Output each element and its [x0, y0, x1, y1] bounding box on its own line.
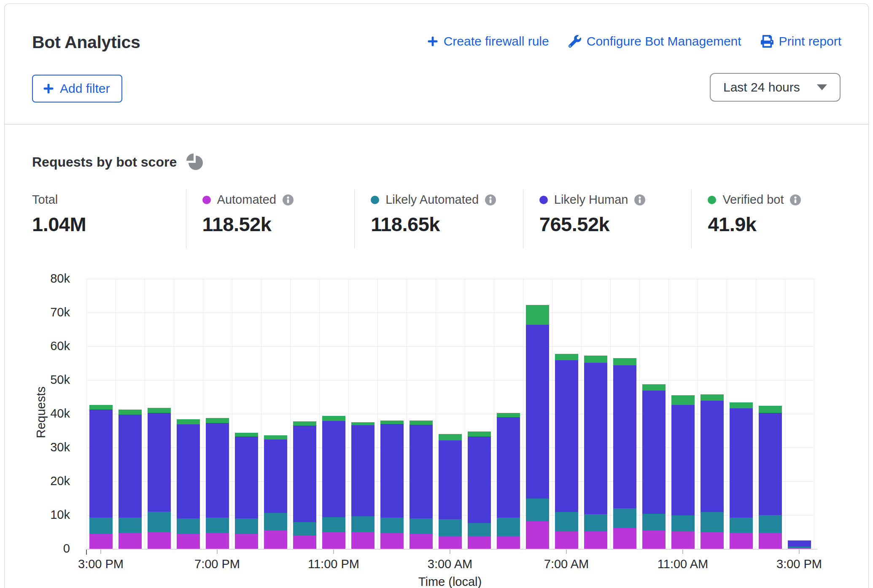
- gridline-vertical: [727, 279, 727, 549]
- bar-9-00-pm-6[interactable]: [264, 279, 287, 549]
- y-axis-label-80k: 80k: [22, 272, 70, 286]
- segment-verified-bot: [119, 410, 142, 415]
- bar-6-00-pm-3[interactable]: [177, 279, 200, 549]
- segment-verified-bot: [177, 419, 200, 424]
- segment-automated: [526, 521, 549, 549]
- bar-12-00-am-9[interactable]: [351, 279, 375, 549]
- bar-12-00-pm-21[interactable]: [701, 279, 724, 549]
- gridline-vertical: [785, 279, 785, 549]
- segment-verified-bot: [148, 408, 171, 413]
- segment-likely-automated: [235, 518, 258, 534]
- gridline-vertical: [465, 279, 465, 549]
- segment-automated: [642, 530, 666, 549]
- segment-likely-human: [584, 363, 607, 514]
- segment-likely-automated: [584, 514, 607, 531]
- segment-automated: [555, 531, 578, 549]
- segment-likely-human: [206, 423, 229, 517]
- x-axis-title: Time (local): [366, 575, 534, 588]
- segment-verified-bot: [380, 421, 404, 424]
- segment-likely-human: [468, 437, 491, 523]
- segment-likely-automated: [119, 518, 142, 533]
- segment-likely-automated: [439, 519, 462, 536]
- bar-10-00-am-19[interactable]: [642, 279, 666, 549]
- segment-automated: [701, 532, 724, 549]
- bar-8-00-am-17[interactable]: [584, 279, 607, 549]
- segment-likely-automated: [177, 518, 200, 534]
- segment-verified-bot: [526, 305, 549, 325]
- x-axis-label-11-00-pm-2: 11:00 PM: [283, 557, 384, 571]
- gridline-vertical: [756, 279, 756, 549]
- segment-automated: [410, 534, 433, 549]
- segment-verified-bot: [759, 406, 782, 413]
- bar-11-00-pm-8[interactable]: [322, 279, 345, 549]
- segment-automated: [439, 536, 462, 549]
- axis-origin-tick: [86, 550, 87, 555]
- bar-7-00-am-16[interactable]: [555, 279, 578, 549]
- bar-2-00-pm-23[interactable]: [759, 279, 782, 549]
- segment-likely-automated: [468, 523, 491, 536]
- segment-automated: [351, 532, 375, 549]
- bar-4-00-pm-1[interactable]: [119, 279, 142, 549]
- gridline-vertical: [86, 279, 87, 549]
- bar-3-00-pm-0[interactable]: [89, 279, 113, 549]
- gridline-vertical: [523, 279, 523, 549]
- bar-2-00-am-11[interactable]: [410, 279, 433, 549]
- bar-1-00-am-10[interactable]: [380, 279, 404, 549]
- segment-likely-human: [235, 437, 258, 518]
- segment-automated: [380, 533, 404, 549]
- y-axis-label-70k: 70k: [22, 305, 70, 319]
- segment-automated: [671, 531, 695, 549]
- bar-7-00-pm-4[interactable]: [206, 279, 229, 549]
- segment-likely-human: [730, 408, 753, 517]
- x-axis-label-3-00-am-3: 3:00 AM: [399, 557, 501, 571]
- requests-by-bot-score-chart: 010k20k30k40k50k60k70k80k3:00 PM7:00 PM1…: [5, 4, 868, 588]
- segment-automated: [206, 533, 229, 549]
- gridline-vertical: [407, 279, 407, 549]
- bar-3-00-pm-24[interactable]: [788, 279, 811, 549]
- segment-verified-bot: [613, 358, 636, 365]
- bar-5-00-pm-2[interactable]: [148, 279, 171, 549]
- segment-verified-bot: [497, 413, 520, 417]
- segment-verified-bot: [351, 422, 375, 425]
- segment-likely-human: [380, 424, 404, 518]
- gridline-vertical: [377, 279, 378, 549]
- segment-likely-human: [410, 425, 433, 518]
- bar-10-00-pm-7[interactable]: [293, 279, 316, 549]
- bar-4-00-am-13[interactable]: [468, 279, 491, 549]
- segment-likely-human: [89, 410, 113, 518]
- x-tick-5: [682, 550, 683, 554]
- segment-verified-bot: [439, 434, 462, 440]
- segment-likely-human: [759, 413, 782, 515]
- gridline-vertical: [494, 279, 494, 549]
- segment-automated: [119, 533, 142, 549]
- segment-automated: [264, 530, 287, 549]
- segment-likely-automated: [759, 515, 782, 533]
- bar-1-00-pm-22[interactable]: [730, 279, 753, 549]
- segment-likely-automated: [89, 518, 113, 534]
- segment-likely-human: [671, 405, 695, 515]
- bar-8-00-pm-5[interactable]: [235, 279, 258, 549]
- segment-verified-bot: [701, 394, 724, 400]
- segment-likely-automated: [497, 518, 520, 536]
- segment-likely-automated: [613, 508, 636, 528]
- y-axis-title: Requests: [34, 349, 48, 476]
- segment-likely-human: [788, 541, 811, 547]
- bar-3-00-am-12[interactable]: [439, 279, 462, 549]
- segment-likely-automated: [148, 512, 171, 532]
- segment-verified-bot: [788, 540, 811, 541]
- bar-6-00-am-15[interactable]: [526, 279, 549, 549]
- bar-11-00-am-20[interactable]: [671, 279, 695, 549]
- segment-automated: [584, 531, 607, 549]
- segment-automated: [235, 534, 258, 549]
- segment-automated: [322, 532, 345, 549]
- segment-likely-automated: [555, 512, 578, 531]
- segment-verified-bot: [730, 402, 753, 408]
- segment-automated: [89, 534, 113, 549]
- segment-automated: [468, 536, 491, 549]
- gridline-vertical: [232, 279, 232, 549]
- segment-verified-bot: [642, 384, 666, 391]
- bar-5-00-am-14[interactable]: [497, 279, 520, 549]
- y-axis-label-0: 0: [22, 542, 70, 556]
- gridline-vertical: [203, 279, 203, 549]
- bar-9-00-am-18[interactable]: [613, 279, 636, 549]
